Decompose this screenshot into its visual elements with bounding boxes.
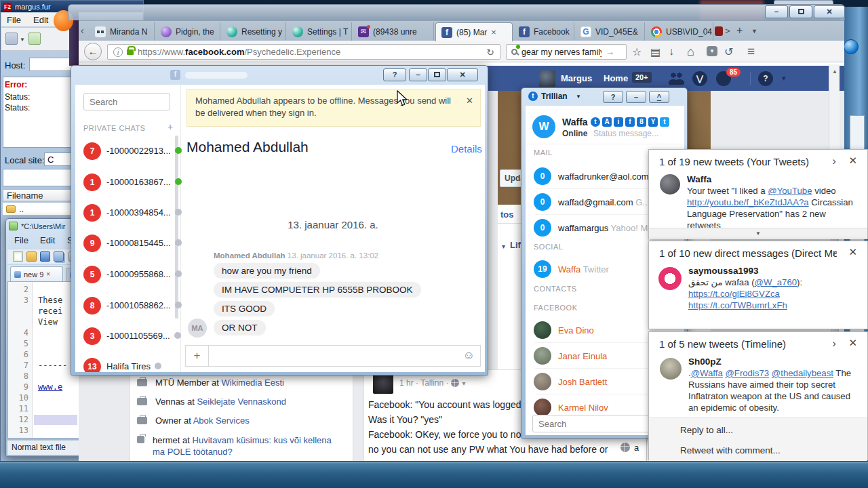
chat-list-item[interactable]: 1-10000394854... (83, 204, 182, 222)
profile-avatar[interactable] (539, 70, 555, 87)
save-all-icon[interactable] (54, 251, 64, 262)
chat-list-item[interactable]: 8-10001058862... (83, 297, 182, 314)
site-manager-icon[interactable] (5, 33, 18, 45)
tweet-link[interactable]: @YouTube (768, 186, 812, 196)
bookmark-star-icon[interactable]: ☆ (632, 45, 642, 58)
popup-close-icon[interactable]: ✕ (848, 246, 857, 258)
popup-close-icon[interactable]: ✕ (848, 337, 857, 349)
retweet-with-comment-action[interactable]: Retweet with comment... (680, 445, 781, 455)
popup-expand-strip[interactable]: ▼ (649, 228, 867, 239)
toolbar-dropdown-icon[interactable]: ▼ (20, 37, 25, 43)
post-meta-caret-icon[interactable]: ▾ (462, 380, 465, 387)
reload-icon[interactable]: ↻ (486, 47, 494, 58)
intro-link[interactable]: Wikimedia Eesti (222, 378, 284, 388)
tab-settings[interactable]: Settings | T (287, 22, 352, 41)
npp-menu-file[interactable]: File (14, 235, 28, 245)
reply-to-all-action[interactable]: Reply to all... (680, 425, 733, 435)
tab-mail[interactable]: ✉(89438 unre (353, 22, 434, 41)
web-search-input[interactable] (521, 47, 601, 57)
dm-link[interactable]: @W_a760 (755, 277, 797, 287)
tab-pidgin[interactable]: Pidgin, the (155, 22, 220, 41)
add-chat-icon[interactable]: + (167, 121, 173, 132)
chat-list-item[interactable]: 7-10000022913... (83, 142, 182, 160)
chat-list-item[interactable]: 13Halifa Tires (83, 358, 161, 372)
trillian-rollup-button[interactable]: ^ (649, 91, 669, 103)
scroll-up-icon[interactable]: ▲ (832, 68, 837, 75)
trillian-help-button[interactable]: ? (603, 91, 623, 103)
maximize-button[interactable] (789, 5, 812, 18)
attach-plus-icon[interactable]: + (186, 346, 209, 366)
trillian-network-icon[interactable]: t (591, 117, 600, 127)
tab-miranda[interactable]: Miranda N (90, 22, 155, 41)
tab-google-search[interactable]: GVID_045E& (575, 22, 645, 41)
search-go-icon[interactable]: → (606, 47, 614, 57)
facebook-network-icon[interactable]: f (625, 117, 635, 127)
message-input[interactable] (209, 346, 463, 366)
tab-facebook2[interactable]: fFacebook (513, 22, 574, 41)
presence-status[interactable]: Online (562, 129, 587, 138)
profile-name-link[interactable]: Margus (561, 73, 592, 83)
trillian-minimize-button[interactable]: – (626, 91, 646, 103)
tab-overflow-icon[interactable]: > (725, 26, 730, 36)
banner-close-icon[interactable]: ✕ (466, 95, 473, 107)
url-bar[interactable]: i https://www.facebook.com/Psychedelic.E… (107, 44, 500, 60)
home-link[interactable]: Home (604, 73, 628, 83)
hamburger-menu-icon[interactable]: ≡ (747, 44, 755, 59)
back-button[interactable]: ← (84, 43, 102, 60)
sync-swirl-icon[interactable]: ↺ (724, 45, 733, 58)
notepadpp-titlebar[interactable]: *C:\Users\Mir (9, 222, 65, 230)
trillian-title-dropdown-icon[interactable]: ▼ (576, 94, 581, 100)
editor-url-text[interactable]: www.e (38, 382, 62, 392)
twitter-network-icon[interactable]: t (660, 117, 669, 127)
trillian-window-title[interactable]: Trillian (541, 92, 568, 101)
tab-close-icon[interactable]: × (491, 27, 496, 37)
dm-link[interactable]: https://t.co/glEi8GVZca (688, 289, 780, 299)
gtalk-network-icon[interactable]: 8 (637, 117, 646, 127)
intro-link[interactable]: Seiklejate Vennaskond (197, 396, 286, 407)
icq-network-icon[interactable]: i (614, 117, 623, 127)
messenger-maximize-button[interactable] (428, 68, 446, 81)
downloads-icon[interactable]: ↓ (669, 45, 674, 58)
home-icon[interactable]: ⌂ (687, 45, 694, 59)
partial-tab-icon[interactable] (715, 26, 723, 36)
tab-resetting[interactable]: Resetting y (221, 22, 286, 41)
chat-list-item[interactable]: 3-10001105569... (83, 327, 181, 345)
save-icon[interactable] (40, 251, 50, 262)
new-tab-icon[interactable]: + (736, 24, 743, 37)
firefox-titlebar[interactable] (68, 4, 845, 20)
close-button[interactable]: ✕ (814, 5, 845, 18)
open-file-icon[interactable] (26, 251, 37, 262)
trillian-user-avatar[interactable]: W (532, 115, 555, 138)
messenger-icon[interactable]: ⋁ (692, 71, 707, 86)
emoji-icon[interactable]: ☺ (463, 349, 475, 363)
background-round-button[interactable] (844, 39, 859, 54)
search-engine-icon[interactable] (511, 47, 517, 57)
help-icon[interactable]: ? (758, 71, 773, 86)
popup-next-icon[interactable]: › (832, 155, 836, 168)
chat-list-item[interactable]: 5-10000955868... (83, 266, 182, 283)
status-message-placeholder[interactable]: Status message... (593, 129, 658, 138)
intro-link[interactable]: Abok Services (193, 415, 250, 426)
search-bar[interactable]: → (506, 44, 627, 60)
tab-close-icon[interactable]: × (46, 270, 50, 278)
filezilla-menu-file[interactable]: File (7, 15, 21, 25)
messenger-help-button[interactable]: ? (383, 68, 406, 81)
tab-facebook-active[interactable]: f(85) Mar× (435, 22, 513, 41)
photos-tab-partial[interactable]: tos (500, 209, 514, 220)
messenger-minimize-button[interactable]: – (409, 68, 427, 81)
trillian-user-name[interactable]: Waffa (562, 117, 588, 127)
dm-link[interactable]: https://t.co/TWBumrLxFh (688, 300, 787, 310)
popup-next-icon[interactable]: › (832, 337, 836, 350)
account-caret-icon[interactable]: ▾ (782, 74, 786, 83)
npp-menu-edit[interactable]: Edit (40, 235, 55, 245)
bookmarks-menu-icon[interactable]: ▤ (650, 45, 660, 58)
yahoo-network-icon[interactable]: Y (648, 117, 658, 127)
details-link[interactable]: Details (451, 143, 482, 155)
refresh-icon[interactable] (28, 33, 41, 45)
filezilla-menu-edit[interactable]: Edit (33, 15, 48, 25)
tab-usb-search[interactable]: USB\VID_04 (646, 22, 713, 41)
popup-next-icon[interactable]: › (832, 246, 836, 260)
chat-list-item[interactable]: 9-10000815445... (83, 235, 182, 252)
messenger-close-button[interactable]: ✕ (447, 68, 478, 81)
chat-list-item[interactable]: 1-10000163867... (83, 174, 182, 191)
